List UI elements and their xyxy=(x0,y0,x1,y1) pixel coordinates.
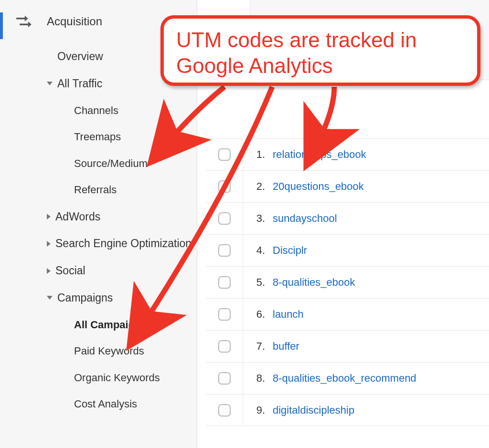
table-row: 6. launch xyxy=(206,298,489,330)
row-checkbox[interactable] xyxy=(218,244,231,257)
table-row: 3. sundayschool xyxy=(206,202,489,234)
annotation-callout: UTM codes are tracked in Google Analytic… xyxy=(160,15,480,86)
sidebar-item-social[interactable]: Social xyxy=(0,257,197,284)
sidebar-item-treemaps[interactable]: Treemaps xyxy=(0,124,197,150)
sidebar-item-seo[interactable]: Search Engine Optimization xyxy=(0,230,197,257)
row-number: 7. xyxy=(243,340,273,353)
sidebar-item-cost-analysis[interactable]: Cost Analysis xyxy=(0,391,197,417)
sidebar-item-adwords[interactable]: AdWords xyxy=(0,203,197,230)
row-number: 1. xyxy=(243,148,273,161)
row-number: 9. xyxy=(243,404,273,417)
sidebar-item-channels[interactable]: Channels xyxy=(0,97,197,124)
sidebar-item-source-medium[interactable]: Source/Medium xyxy=(0,150,197,177)
campaign-link[interactable]: relationships_ebook xyxy=(273,148,366,160)
row-checkbox[interactable] xyxy=(218,308,231,321)
row-checkbox[interactable] xyxy=(218,212,231,225)
table-row: 9. digitaldiscipleship xyxy=(206,394,489,426)
annotation-text: UTM codes are tracked in Google Analytic… xyxy=(176,27,465,78)
campaign-link[interactable]: buffer xyxy=(273,340,299,352)
row-number: 3. xyxy=(243,212,273,225)
sidebar-section-label: Acquisition xyxy=(47,15,102,28)
row-checkbox[interactable] xyxy=(218,372,231,385)
row-checkbox[interactable] xyxy=(218,148,231,161)
sidebar-item-campaigns[interactable]: Campaigns xyxy=(0,284,197,312)
row-number: 5. xyxy=(243,276,273,289)
row-checkbox[interactable] xyxy=(218,404,231,417)
sidebar-item-all-campaigns[interactable]: All Campaigns xyxy=(0,312,197,338)
active-section-indicator xyxy=(0,12,3,39)
row-number: 6. xyxy=(243,308,273,321)
campaigns-table: 1. relationships_ebook 2. 20questions_eb… xyxy=(206,138,489,426)
sidebar-item-referrals[interactable]: Referrals xyxy=(0,177,197,203)
table-row: 2. 20questions_ebook xyxy=(206,170,489,202)
campaign-link[interactable]: Disciplr xyxy=(273,244,307,256)
row-checkbox[interactable] xyxy=(218,340,231,353)
campaign-link[interactable]: sundayschool xyxy=(273,212,337,224)
table-row: 4. Disciplr xyxy=(206,234,489,266)
row-checkbox[interactable] xyxy=(218,180,231,193)
campaign-link[interactable]: 8-qualities_ebook_recommend xyxy=(273,372,416,384)
table-row: 1. relationships_ebook xyxy=(206,138,489,170)
campaign-link[interactable]: 8-qualities_ebook xyxy=(273,276,355,288)
row-number: 2. xyxy=(243,180,273,193)
campaign-link[interactable]: 20questions_ebook xyxy=(273,180,364,192)
sidebar-item-paid-keywords[interactable]: Paid Keywords xyxy=(0,338,197,365)
campaign-link[interactable]: digitaldiscipleship xyxy=(273,404,354,416)
campaign-link[interactable]: launch xyxy=(273,308,304,320)
table-row: 8. 8-qualities_ebook_recommend xyxy=(206,362,489,394)
row-number: 8. xyxy=(243,372,273,385)
sidebar-item-organic-keywords[interactable]: Organic Keywords xyxy=(0,365,197,391)
acquisition-icon xyxy=(15,14,32,29)
row-checkbox[interactable] xyxy=(218,276,231,289)
row-number: 4. xyxy=(243,244,273,257)
table-row: 7. buffer xyxy=(206,330,489,362)
table-row: 5. 8-qualities_ebook xyxy=(206,266,489,298)
